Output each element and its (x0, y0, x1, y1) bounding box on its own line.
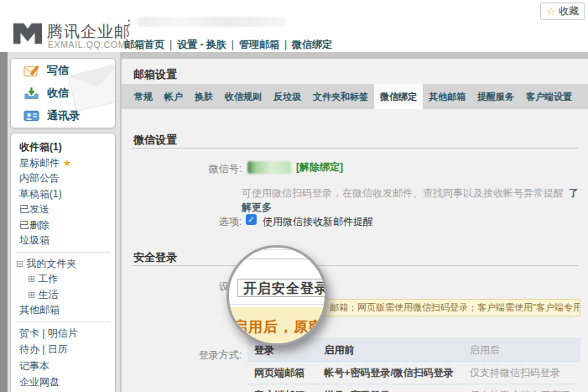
wechat-id-redacted (247, 161, 291, 174)
receive-mail-icon (23, 86, 39, 100)
magnifier-zoom-circle: 开启安全登录 启用后，原密码 (226, 245, 327, 346)
table-header-cell: 启用前 (317, 339, 463, 362)
sidebar-item-inbox-check[interactable]: 收信 (11, 81, 115, 104)
subfolder-label: 生活 (38, 289, 58, 301)
tools-list: 贺卡 | 明信片 待办 | 日历 记事本 企业网盘 文件中转站 (11, 326, 115, 392)
wechat-section-heading: 微信设置 (133, 133, 177, 148)
table-row: 网页端邮箱 帐号+密码登录/微信扫码登录 仅支持微信扫码登录 (247, 362, 580, 384)
login-methods-table: 登录启用前启用后 网页端邮箱 帐号+密码登录/微信扫码登录 仅支持微信扫码登录 … (247, 338, 580, 392)
settings-tabbar: 常规帐户换肤收信规则反垃圾文件夹和标签微信绑定其他邮箱提醒服务客户端设置 (122, 84, 588, 109)
login-type-cell: 客户端邮箱 (247, 384, 317, 392)
wechat-desc-text: 可使用微信扫码登录，在微信收发邮件、查找同事以及接收帐号异常提醒 (242, 187, 564, 199)
compose-label: 写信 (47, 63, 69, 78)
sidebar-subfolder-item[interactable]: ⊞工作 (11, 271, 115, 287)
settings-tab[interactable]: 提醒服务 (471, 84, 520, 109)
after-enable-cell: 仅支持客户端专用密码 (463, 384, 580, 392)
sidebar-divider (16, 252, 110, 253)
breadcrumb-link[interactable]: 管理邮箱 (239, 38, 292, 52)
magnified-line (229, 249, 325, 250)
sidebar-tool-item[interactable]: 企业网盘 (11, 374, 115, 391)
star-outline-icon: ☆ (546, 5, 556, 18)
sidebar-tool-item[interactable]: 记事本 (11, 358, 115, 375)
enable-secure-login-button[interactable]: 开启安全登录 (237, 279, 327, 297)
collapse-icon[interactable]: ⊟ (16, 256, 23, 272)
sidebar-folder-item[interactable]: 收件箱(1) (11, 139, 115, 155)
sidebar-folder-item[interactable]: 垃圾箱 (11, 233, 115, 248)
account-email-redacted (137, 17, 286, 27)
settings-tab[interactable]: 常规 (128, 84, 159, 109)
contacts-card-icon (23, 109, 39, 123)
sidebar-folder-item[interactable]: 内部公告 (11, 170, 115, 186)
folder-label: 收件箱(1) (19, 141, 62, 153)
settings-tab[interactable]: 其他邮箱 (423, 84, 471, 109)
folder-label: 已发送 (19, 203, 49, 215)
settings-tab[interactable]: 反垃圾 (268, 84, 307, 109)
my-folders-label: 我的文件夹 (26, 258, 76, 269)
new-mail-notify-checkbox[interactable]: ✓ (246, 214, 257, 225)
account-line: ： (124, 15, 286, 29)
sidebar-folder-item[interactable]: 草稿箱(1) (11, 186, 115, 202)
breadcrumb-link[interactable]: 微信绑定 (292, 38, 332, 52)
compose-pencil-icon (23, 64, 39, 77)
tool-label: 待办 | 日历 (19, 343, 68, 355)
settings-tab[interactable]: 微信绑定 (374, 84, 423, 109)
unbind-link[interactable]: [解除绑定] (296, 161, 343, 173)
sidebar-tool-item[interactable]: 贺卡 | 明信片 (11, 326, 115, 342)
enable-secure-login-label: 开启安全登录 (243, 280, 327, 298)
sidebar-item-compose[interactable]: 写信 (11, 59, 115, 81)
sidebar-folders-box: 收件箱(1) 星标邮件★ 内部公告 草稿箱(1) 已发送 已删除 垃圾箱 (10, 133, 116, 392)
sidebar-folder-item[interactable]: 已发送 (11, 201, 115, 217)
tool-label: 记事本 (19, 360, 49, 372)
exmail-settings-page: 腾讯企业邮 EXMAIL.QQ.COM ： 邮箱首页设置 - 换肤管理邮箱微信绑… (0, 0, 588, 392)
folder-label: 星标邮件 (19, 157, 60, 169)
table-body: 网页端邮箱 帐号+密码登录/微信扫码登录 仅支持微信扫码登录 客户端邮箱 帐号+… (247, 362, 580, 392)
folder-label: 内部公告 (19, 172, 60, 184)
breadcrumb-link[interactable]: 设置 - 换肤 (177, 38, 239, 52)
settings-tab[interactable]: 收信规则 (219, 84, 268, 109)
page-header: 腾讯企业邮 EXMAIL.QQ.COM ： 邮箱首页设置 - 换肤管理邮箱微信绑… (0, 0, 588, 52)
page-title: 邮箱设置 (133, 67, 177, 82)
magnified-line (229, 259, 325, 259)
before-enable-cell: 帐号+密码登录/微信扫码登录 (317, 362, 463, 384)
favorite-button[interactable]: ☆ 收藏 (540, 3, 585, 20)
subfolder-label: 工作 (38, 273, 58, 285)
settings-tab[interactable]: 客户端设置 (520, 84, 578, 109)
star-icon: ★ (63, 158, 71, 168)
settings-tab[interactable]: 换肤 (189, 84, 219, 109)
table-header-row: 登录启用前启用后 (247, 339, 580, 362)
my-folders-children: ⊞工作 ⊞生活 (11, 271, 115, 302)
tool-label: 企业网盘 (19, 376, 60, 388)
sidebar: 写信 收信 通讯录 (8, 52, 120, 392)
breadcrumb: 邮箱首页设置 - 换肤管理邮箱微信绑定 (124, 38, 332, 52)
breadcrumb-link[interactable]: 邮箱首页 (124, 38, 177, 52)
sidebar-item-other-mailbox[interactable]: 其他邮箱 (11, 302, 115, 318)
logo-domain: EXMAIL.QQ.COM (48, 39, 126, 50)
sidebar-folder-item[interactable]: 星标邮件★ (11, 155, 115, 171)
sidebar-item-contacts[interactable]: 通讯录 (11, 104, 115, 127)
login-method-label: 登录方式: (122, 348, 242, 363)
sidebar-item-my-folders[interactable]: ⊟我的文件夹 (11, 256, 115, 272)
security-notice-text: 邮箱；网页版需使用微信扫码登录；客户端需使用"客户端专用密码"登录 (330, 302, 580, 312)
settings-tab[interactable]: 帐户 (159, 84, 189, 109)
security-section-heading: 安全登录 (133, 250, 177, 265)
folder-list: 收件箱(1) 星标邮件★ 内部公告 草稿箱(1) 已发送 已删除 垃圾箱 (11, 139, 115, 248)
window-edge-strip (0, 52, 8, 392)
expand-icon[interactable]: ⊞ (28, 287, 35, 303)
sidebar-tool-item[interactable]: 待办 | 日历 (11, 342, 115, 358)
folder-label: 已删除 (19, 219, 49, 231)
magnified-warning-text: 启用后，原密码 (233, 317, 327, 337)
magnified-line (229, 304, 325, 305)
folder-label: 草稿箱(1) (19, 188, 62, 200)
before-enable-cell: 帐号+密码登录 (317, 384, 463, 392)
login-type-cell: 网页端邮箱 (247, 362, 317, 384)
sidebar-folder-item[interactable]: 已删除 (11, 217, 115, 233)
expand-icon[interactable]: ⊞ (28, 271, 35, 287)
after-enable-cell: 仅支持微信扫码登录 (463, 362, 580, 384)
settings-tab[interactable]: 文件夹和标签 (307, 84, 374, 109)
sidebar-subfolder-item[interactable]: ⊞生活 (11, 287, 115, 303)
tool-label: 贺卡 | 明信片 (19, 327, 78, 339)
new-mail-notify-label[interactable]: 使用微信接收新邮件提醒 (263, 215, 373, 229)
section-divider (132, 148, 578, 149)
sidebar-divider (16, 321, 110, 322)
receive-label: 收信 (47, 86, 69, 101)
